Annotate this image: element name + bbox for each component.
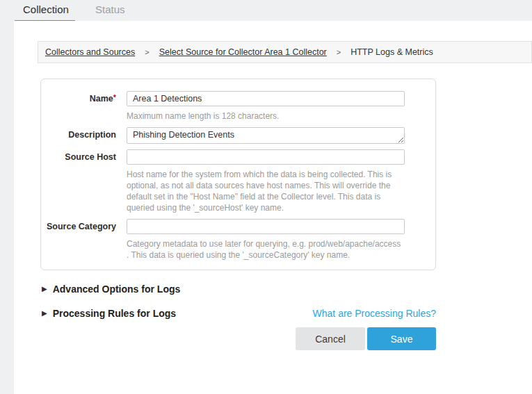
form-actions: Cancel Save bbox=[40, 327, 436, 350]
name-field-col: Maximum name length is 128 characters. bbox=[127, 91, 405, 122]
source-form-content: Name* Maximum name length is 128 charact… bbox=[40, 79, 436, 350]
breadcrumb: Collectors and Sources > Select Source f… bbox=[38, 41, 532, 63]
source-category-input[interactable] bbox=[127, 219, 405, 234]
breadcrumb-separator: > bbox=[337, 48, 341, 56]
source-host-input[interactable] bbox=[127, 149, 405, 165]
description-field-col: Phishing Detection Events bbox=[127, 127, 405, 144]
description-textarea[interactable]: Phishing Detection Events bbox=[127, 127, 405, 144]
source-category-label: Source Category bbox=[41, 219, 127, 261]
breadcrumb-current-page: HTTP Logs & Metrics bbox=[350, 47, 433, 57]
tab-status[interactable]: Status bbox=[95, 3, 125, 15]
description-label: Description bbox=[41, 127, 127, 144]
required-asterisk: * bbox=[113, 93, 116, 101]
name-helper-text: Maximum name length is 128 characters. bbox=[127, 110, 405, 122]
source-category-field-col: Category metadata to use later for query… bbox=[127, 219, 405, 261]
breadcrumb-collectors-and-sources[interactable]: Collectors and Sources bbox=[45, 47, 135, 57]
source-host-label: Source Host bbox=[41, 149, 127, 213]
processing-rules-section-toggle[interactable]: ▶ Processing Rules for Logs What are Pro… bbox=[40, 308, 436, 319]
source-form-card: Name* Maximum name length is 128 charact… bbox=[40, 79, 436, 270]
name-row: Name* Maximum name length is 128 charact… bbox=[41, 91, 435, 122]
advanced-options-section-toggle[interactable]: ▶ Advanced Options for Logs bbox=[40, 284, 436, 295]
breadcrumb-separator: > bbox=[145, 48, 149, 56]
source-category-helper-text: Category metadata to use later for query… bbox=[127, 238, 405, 261]
tab-bar: Collection Status bbox=[0, 0, 532, 21]
collapsed-caret-icon: ▶ bbox=[42, 284, 47, 294]
what-are-processing-rules-link[interactable]: What are Processing Rules? bbox=[313, 308, 436, 319]
description-row: Description Phishing Detection Events bbox=[41, 127, 435, 144]
collapsed-caret-icon: ▶ bbox=[42, 309, 47, 318]
tab-collection[interactable]: Collection bbox=[23, 3, 69, 15]
processing-rules-title: Processing Rules for Logs bbox=[53, 308, 176, 319]
collection-panel: Collectors and Sources > Select Source f… bbox=[14, 21, 532, 394]
source-host-helper-text: Host name for the system from which the … bbox=[127, 169, 405, 213]
save-button[interactable]: Save bbox=[367, 327, 436, 350]
name-input[interactable] bbox=[127, 91, 405, 106]
source-host-row: Source Host Host name for the system fro… bbox=[41, 149, 435, 213]
source-host-field-col: Host name for the system from which the … bbox=[127, 149, 405, 213]
name-label: Name* bbox=[41, 91, 127, 122]
cancel-button[interactable]: Cancel bbox=[296, 327, 365, 350]
advanced-options-title: Advanced Options for Logs bbox=[53, 284, 181, 295]
source-category-row: Source Category Category metadata to use… bbox=[41, 219, 435, 261]
breadcrumb-select-source[interactable]: Select Source for Collector Area 1 Colle… bbox=[159, 47, 327, 57]
name-label-text: Name bbox=[90, 94, 113, 104]
